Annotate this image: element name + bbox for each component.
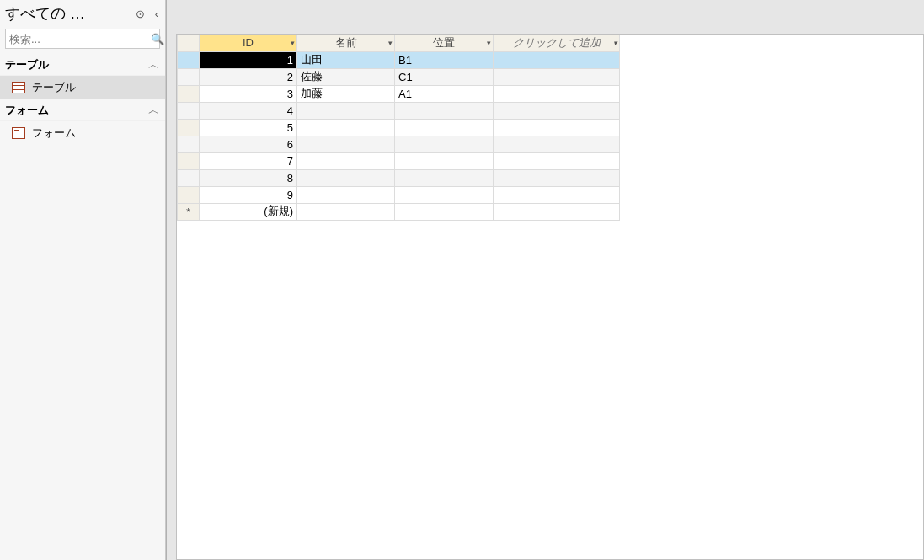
datasheet-scroll[interactable]: ID▾名前▾位置▾クリックして追加▾1山田B12佐藤C13加藤A1456789*… <box>177 35 923 559</box>
add-column-header[interactable]: クリックして追加▾ <box>494 35 620 51</box>
cell[interactable] <box>395 152 494 169</box>
cell[interactable]: 山田 <box>297 51 395 68</box>
row-selector[interactable] <box>178 85 200 102</box>
navigation-pane: すべての … ⊙ ‹ 🔍 テーブル︿テーブルフォーム︿フォーム <box>0 0 166 560</box>
cell[interactable] <box>494 136 620 152</box>
search-input[interactable] <box>6 33 151 45</box>
column-dropdown-icon[interactable]: ▾ <box>487 39 491 47</box>
cell[interactable]: (新規) <box>200 203 297 220</box>
chevron-up-icon: ︿ <box>147 57 160 72</box>
cell[interactable]: A1 <box>395 85 494 102</box>
column-header[interactable]: ID▾ <box>200 35 297 51</box>
select-all-cell[interactable] <box>178 35 200 51</box>
row-selector[interactable] <box>178 186 200 203</box>
column-header[interactable]: 名前▾ <box>297 35 395 51</box>
cell[interactable]: 7 <box>200 152 297 169</box>
nav-filter-dropdown-icon[interactable]: ⊙ <box>131 8 148 20</box>
cell[interactable]: 2 <box>200 68 297 85</box>
cell[interactable] <box>494 119 620 136</box>
cell[interactable]: 加藤 <box>297 85 395 102</box>
cell[interactable] <box>297 119 395 136</box>
nav-group-label: フォーム <box>5 103 147 118</box>
cell[interactable]: C1 <box>395 68 494 85</box>
cell[interactable] <box>297 152 395 169</box>
splitter[interactable] <box>166 0 169 560</box>
cell[interactable]: 4 <box>200 102 297 119</box>
cell[interactable]: B1 <box>395 51 494 68</box>
cell[interactable] <box>494 152 620 169</box>
cell[interactable] <box>494 169 620 186</box>
data-grid[interactable]: ID▾名前▾位置▾クリックして追加▾1山田B12佐藤C13加藤A1456789*… <box>177 35 620 221</box>
table-row[interactable]: 9 <box>178 186 620 203</box>
table-row[interactable]: 4 <box>178 102 620 119</box>
cell[interactable] <box>494 85 620 102</box>
table-row[interactable]: 1山田B1 <box>178 51 620 68</box>
cell[interactable] <box>297 203 395 220</box>
row-selector[interactable] <box>178 136 200 152</box>
form-icon <box>12 127 25 139</box>
cell[interactable]: 5 <box>200 119 297 136</box>
nav-item[interactable]: フォーム <box>0 121 165 145</box>
cell[interactable] <box>494 51 620 68</box>
row-selector[interactable] <box>178 102 200 119</box>
search-icon[interactable]: 🔍 <box>151 33 164 45</box>
nav-item-label: フォーム <box>32 125 76 141</box>
cell[interactable] <box>297 186 395 203</box>
cell[interactable]: 1 <box>200 51 297 68</box>
cell[interactable] <box>494 102 620 119</box>
nav-group-header[interactable]: テーブル︿ <box>0 54 165 76</box>
datasheet: ID▾名前▾位置▾クリックして追加▾1山田B12佐藤C13加藤A1456789*… <box>176 34 924 560</box>
cell[interactable] <box>395 169 494 186</box>
nav-group-label: テーブル <box>5 57 147 72</box>
table-row[interactable]: 3加藤A1 <box>178 85 620 102</box>
table-row[interactable]: 2佐藤C1 <box>178 68 620 85</box>
cell[interactable] <box>494 68 620 85</box>
cell[interactable] <box>297 136 395 152</box>
nav-collapse-icon[interactable]: ‹ <box>148 8 165 20</box>
cell[interactable]: 9 <box>200 186 297 203</box>
new-row-marker: * <box>178 203 200 220</box>
table-row[interactable]: 5 <box>178 119 620 136</box>
nav-search[interactable]: 🔍 <box>5 29 160 49</box>
row-selector[interactable] <box>178 169 200 186</box>
table-row[interactable]: 8 <box>178 169 620 186</box>
nav-title: すべての … <box>5 3 131 24</box>
cell[interactable]: 3 <box>200 85 297 102</box>
chevron-up-icon: ︿ <box>147 103 160 118</box>
table-icon <box>12 82 25 93</box>
cell[interactable] <box>395 186 494 203</box>
row-selector[interactable] <box>178 152 200 169</box>
nav-group-header[interactable]: フォーム︿ <box>0 99 165 121</box>
cell[interactable]: 8 <box>200 169 297 186</box>
column-header[interactable]: 位置▾ <box>395 35 494 51</box>
document-area: テーブル ID▾名前▾位置▾クリックして追加▾1山田B12佐藤C13加藤A145… <box>166 0 924 560</box>
nav-item-label: テーブル <box>32 80 76 95</box>
cell[interactable]: 6 <box>200 136 297 152</box>
new-row[interactable]: *(新規) <box>178 203 620 220</box>
cell[interactable] <box>395 203 494 220</box>
cell[interactable] <box>395 102 494 119</box>
column-dropdown-icon[interactable]: ▾ <box>388 39 393 47</box>
nav-title-bar: すべての … ⊙ ‹ <box>0 0 165 27</box>
row-selector[interactable] <box>178 119 200 136</box>
column-dropdown-icon[interactable]: ▾ <box>613 39 617 47</box>
cell[interactable] <box>395 119 494 136</box>
table-row[interactable]: 6 <box>178 136 620 152</box>
column-dropdown-icon[interactable]: ▾ <box>291 39 295 47</box>
cell[interactable] <box>494 186 620 203</box>
cell[interactable]: 佐藤 <box>297 68 395 85</box>
row-selector[interactable] <box>178 51 200 68</box>
cell[interactable] <box>494 203 620 220</box>
row-selector[interactable] <box>178 68 200 85</box>
table-row[interactable]: 7 <box>178 152 620 169</box>
nav-item[interactable]: テーブル <box>0 76 165 99</box>
cell[interactable] <box>395 136 494 152</box>
cell[interactable] <box>297 102 395 119</box>
cell[interactable] <box>297 169 395 186</box>
